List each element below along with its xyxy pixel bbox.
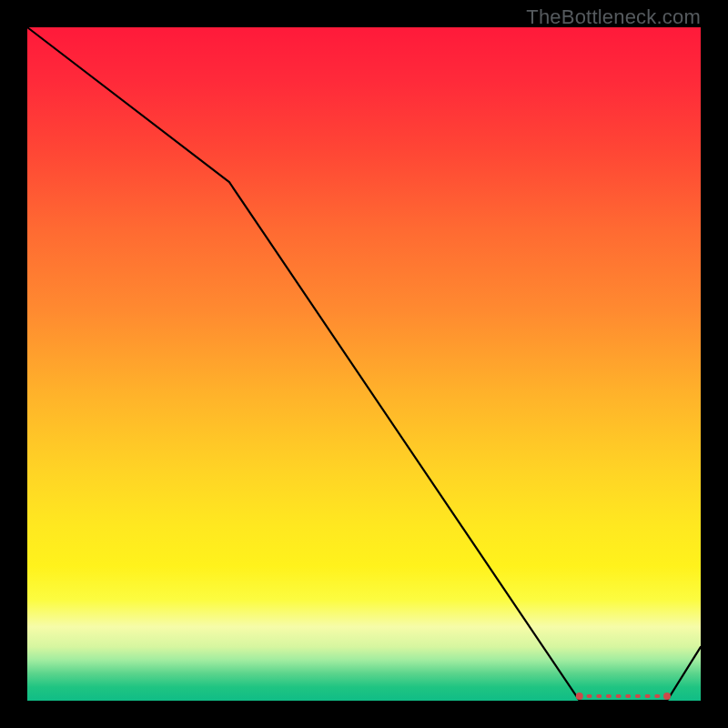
plot-area bbox=[27, 27, 701, 701]
watermark-text: TheBottleneck.com bbox=[526, 5, 701, 29]
chart-root: TheBottleneck.com bbox=[0, 0, 728, 728]
